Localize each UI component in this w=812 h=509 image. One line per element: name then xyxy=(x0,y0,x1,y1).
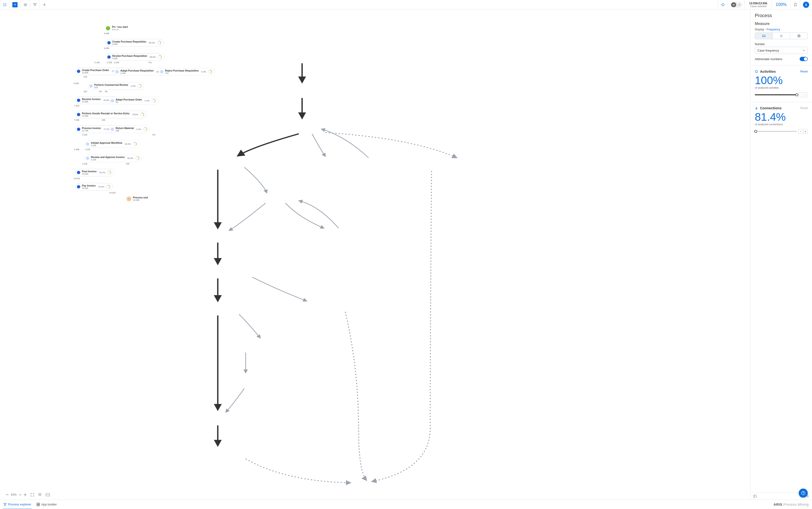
connections-heading: Connections xyxy=(755,106,782,110)
menu-button[interactable] xyxy=(21,0,30,9)
node-reject-pr[interactable]: Reject Purchase Requisition7415.3% xyxy=(159,68,215,75)
zoom-dropdown-button[interactable] xyxy=(19,494,22,496)
node-goods-receipt[interactable]: Perform Goods Receipt or Service Entry10… xyxy=(75,111,147,118)
eye-icon xyxy=(731,2,736,7)
activities-minus-button[interactable]: − xyxy=(798,93,803,97)
svg-point-8 xyxy=(5,5,6,6)
edge-label: 6.39k xyxy=(74,148,79,151)
activities-slider[interactable] xyxy=(755,94,797,95)
svg-point-51 xyxy=(4,505,5,506)
edge-label: 58 xyxy=(105,90,107,93)
layers-button[interactable] xyxy=(38,493,42,497)
svg-point-2 xyxy=(5,3,6,4)
arrow-down-icon xyxy=(755,106,758,110)
seg-table[interactable] xyxy=(790,33,808,39)
svg-rect-27 xyxy=(46,493,50,496)
abbreviate-label: Abbreviate numbers xyxy=(755,57,782,61)
filter-button[interactable] xyxy=(30,0,40,9)
process-canvas[interactable]: Process start 13.93k Process end 13.93k … xyxy=(0,9,750,500)
canvas-zoom-label: 63% xyxy=(11,493,16,497)
edge-label: 741 xyxy=(152,134,155,136)
cases-label: Cases selected xyxy=(750,5,766,8)
seg-time[interactable] xyxy=(773,33,790,39)
help-icon xyxy=(801,491,805,495)
edge-label: 7.22k xyxy=(74,105,79,107)
edge-label: 315 xyxy=(83,75,87,78)
grid-icon xyxy=(3,3,6,6)
stop-icon xyxy=(127,197,131,201)
node-review-pr[interactable]: Review Purchase Requisition8.08k58.0% xyxy=(106,53,164,61)
edge-label: 58 xyxy=(99,90,102,93)
dashboard-icon xyxy=(37,503,40,506)
workspace-badge[interactable]: TE xyxy=(9,0,21,9)
node-return-material[interactable]: Return Material3382.4% xyxy=(109,126,150,133)
edge-label: 2.24k xyxy=(114,61,119,64)
user-avatar-button[interactable] xyxy=(800,0,812,9)
tab-process-explorer[interactable]: Process explorer xyxy=(3,500,31,509)
svg-point-40 xyxy=(755,70,758,73)
process-end-node[interactable]: Process end 13.93k xyxy=(127,196,148,201)
node-adapt-po[interactable]: Adapt Purchase Order580.4% xyxy=(109,97,158,105)
node-post-invoice[interactable]: Post Invoice10.61k76.2% xyxy=(75,169,114,176)
zoom-out-button[interactable] xyxy=(6,495,8,495)
edge-label: 8.08k xyxy=(104,47,109,49)
edge-label: 10.61k xyxy=(109,192,116,194)
svg-point-29 xyxy=(48,495,49,495)
node-review-approve[interactable]: Review and Approve Invoice4.22k30.3% xyxy=(84,155,142,162)
svg-point-48 xyxy=(807,495,808,496)
filter-icon xyxy=(33,3,37,6)
number-select[interactable]: Case frequency xyxy=(755,47,808,54)
app-launcher-button[interactable] xyxy=(0,0,9,9)
node-perf-comm[interactable]: Perform Commercial Review3152.3% xyxy=(88,82,144,90)
edge-label: 741 xyxy=(148,61,152,64)
svg-rect-55 xyxy=(38,505,40,506)
bottom-bar: Process explorer App builder ARIS Proces… xyxy=(0,500,812,509)
help-fab[interactable] xyxy=(799,488,808,498)
edge-label: 4.22k xyxy=(82,134,87,136)
activities-sub: of analyzed activities xyxy=(755,86,808,89)
process-start-sub: 13.93k xyxy=(112,29,128,31)
refresh-icon xyxy=(721,3,725,7)
panel-title: Process xyxy=(755,13,808,18)
node-init-approval[interactable]: Initiate Approval Workflow4.22k30.3% xyxy=(84,140,139,148)
panel-collapse-button[interactable] xyxy=(753,495,757,498)
activities-heading: Activities xyxy=(755,69,776,73)
seg-frequency[interactable]: 123 xyxy=(755,33,773,39)
refresh-button[interactable] xyxy=(718,0,728,9)
connections-plus-button[interactable]: + xyxy=(803,129,808,134)
svg-point-0 xyxy=(3,3,4,4)
add-button[interactable] xyxy=(40,0,49,9)
connections-value: 81.4% xyxy=(755,111,808,123)
svg-point-57 xyxy=(803,494,804,494)
brand-label: ARIS Process Mining xyxy=(774,502,809,506)
connections-slider[interactable] xyxy=(755,131,797,132)
table-icon xyxy=(798,34,800,37)
activities-reset-link[interactable]: Reset xyxy=(800,70,808,73)
bookmark-button[interactable] xyxy=(790,0,800,9)
connections-reset-link[interactable]: Reset xyxy=(800,106,808,110)
cases-selected-indicator: 13.93k/13.93k Cases selected xyxy=(745,0,772,9)
svg-point-3 xyxy=(3,4,4,5)
activities-plus-button[interactable]: + xyxy=(803,93,808,97)
user-avatar-icon xyxy=(803,2,809,8)
measure-heading: Measure xyxy=(755,22,808,26)
edge-label: 4.22k xyxy=(85,148,90,151)
abbreviate-toggle[interactable] xyxy=(800,57,808,61)
view-mode-toggle[interactable] xyxy=(728,0,745,9)
display-label-row: Display - Frequency xyxy=(755,28,808,31)
display-value-link[interactable]: Frequency xyxy=(767,28,780,31)
zoom-in-button[interactable] xyxy=(24,493,27,496)
tab-app-builder[interactable]: App builder xyxy=(37,500,57,509)
connections-minus-button[interactable]: − xyxy=(798,129,803,134)
flow-icon xyxy=(3,503,7,506)
edge-label: 7.59k xyxy=(74,119,79,121)
process-start-node[interactable]: Process start 13.93k xyxy=(106,26,128,31)
connections-sub: of analyzed connections xyxy=(755,123,808,126)
svg-rect-35 xyxy=(798,35,800,37)
process-end-title: Process end xyxy=(133,196,148,199)
fit-screen-button[interactable] xyxy=(30,493,34,497)
svg-text:123: 123 xyxy=(762,35,765,37)
node-pay-invoice[interactable]: Pay Invoice10.61k76.2% xyxy=(75,183,113,191)
node-create-pr[interactable]: Create Purchase Requisition8.08k58.0% xyxy=(106,39,163,46)
minimap-button[interactable] xyxy=(46,493,50,497)
